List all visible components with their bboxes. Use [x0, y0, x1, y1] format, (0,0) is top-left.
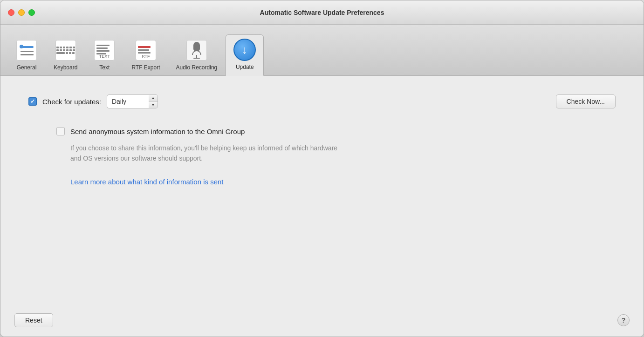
tab-text[interactable]: TEXT Text [86, 35, 123, 75]
mic-icon-shape [186, 40, 207, 61]
rtf-icon-shape: RTF [136, 40, 156, 61]
preferences-window: Automatic Software Update Preferences Ge… [0, 0, 644, 337]
learn-more-link[interactable]: Learn more about what kind of informatio… [70, 178, 616, 186]
bottom-bar: Reset ? [14, 313, 630, 327]
reset-button[interactable]: Reset [14, 313, 53, 327]
check-updates-row: ✓ Check for updates: Hourly Daily Weekly… [28, 94, 616, 108]
keyboard-icon-shape [55, 40, 76, 61]
check-updates-label: Check for updates: [42, 98, 101, 106]
title-bar: Automatic Software Update Preferences [0, 0, 644, 25]
info-text: If you choose to share this information,… [70, 143, 350, 164]
anon-checkbox[interactable] [56, 127, 65, 135]
general-icon-shape [16, 40, 37, 61]
rtf-icon-label: RTF [142, 54, 150, 59]
tab-rtf-label: RTF Export [131, 64, 160, 71]
text-icon: TEXT [93, 39, 116, 61]
checkmark-icon: ✓ [30, 99, 35, 104]
minimize-button[interactable] [18, 9, 25, 16]
anon-row: Send anonymous system information to the… [56, 127, 616, 135]
tab-keyboard-label: Keyboard [54, 64, 77, 71]
text-icon-shape: TEXT [94, 40, 115, 61]
tab-audio-label: Audio Recording [176, 64, 218, 71]
stepper-up-button[interactable]: ▲ [149, 95, 158, 102]
anon-label: Send anonymous system information to the… [70, 128, 245, 135]
close-button[interactable] [8, 9, 14, 16]
text-icon-label: TEXT [99, 54, 110, 59]
tab-update-label: Update [236, 64, 254, 70]
keyboard-icon [55, 39, 77, 61]
tab-keyboard[interactable]: Keyboard [46, 35, 85, 75]
window-controls [8, 9, 35, 16]
content-area: ✓ Check for updates: Hourly Daily Weekly… [0, 76, 644, 337]
tab-update[interactable]: ↓ Update [226, 34, 264, 76]
check-updates-checkbox[interactable]: ✓ [28, 97, 37, 106]
update-arrow-icon: ↓ [242, 44, 247, 55]
mic-head [193, 42, 200, 51]
mic-icon [185, 39, 208, 61]
frequency-dropdown-group: Hourly Daily Weekly ▲ ▼ [107, 94, 158, 108]
update-icon: ↓ [233, 39, 256, 61]
stepper-down-button[interactable]: ▼ [149, 102, 158, 108]
update-icon-shape: ↓ [233, 39, 256, 61]
tab-audio-recording[interactable]: Audio Recording [169, 35, 225, 75]
general-icon-lines [21, 51, 34, 57]
tab-general-label: General [17, 64, 37, 71]
frequency-select[interactable]: Hourly Daily Weekly [107, 94, 149, 108]
frequency-stepper: ▲ ▼ [149, 94, 158, 108]
rtf-icon: RTF [135, 39, 157, 61]
tab-text-label: Text [99, 64, 110, 71]
tab-general[interactable]: General [8, 35, 45, 75]
check-now-button[interactable]: Check Now... [556, 94, 616, 108]
general-icon [15, 39, 38, 61]
tab-rtf-export[interactable]: RTF RTF Export [124, 35, 167, 75]
window-title: Automatic Software Update Preferences [260, 9, 384, 16]
mic-base [193, 58, 200, 59]
toolbar: General [0, 25, 644, 76]
help-button[interactable]: ? [617, 314, 630, 326]
maximize-button[interactable] [28, 9, 35, 16]
